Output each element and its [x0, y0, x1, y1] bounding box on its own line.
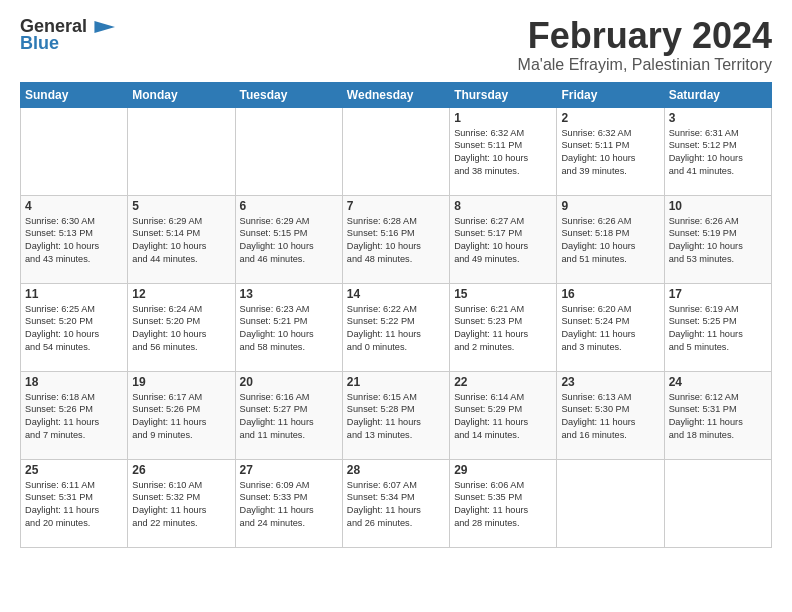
calendar-cell: 15Sunrise: 6:21 AM Sunset: 5:23 PM Dayli… [450, 283, 557, 371]
day-number: 16 [561, 287, 659, 301]
day-info: Sunrise: 6:27 AM Sunset: 5:17 PM Dayligh… [454, 215, 552, 267]
calendar-cell: 23Sunrise: 6:13 AM Sunset: 5:30 PM Dayli… [557, 371, 664, 459]
calendar-cell: 7Sunrise: 6:28 AM Sunset: 5:16 PM Daylig… [342, 195, 449, 283]
day-info: Sunrise: 6:16 AM Sunset: 5:27 PM Dayligh… [240, 391, 338, 443]
day-number: 24 [669, 375, 767, 389]
day-number: 20 [240, 375, 338, 389]
location-title: Ma'ale Efrayim, Palestinian Territory [518, 56, 772, 74]
calendar-cell: 9Sunrise: 6:26 AM Sunset: 5:18 PM Daylig… [557, 195, 664, 283]
calendar-cell: 13Sunrise: 6:23 AM Sunset: 5:21 PM Dayli… [235, 283, 342, 371]
weekday-header-cell: Saturday [664, 82, 771, 107]
day-number: 19 [132, 375, 230, 389]
day-number: 8 [454, 199, 552, 213]
day-number: 5 [132, 199, 230, 213]
day-info: Sunrise: 6:29 AM Sunset: 5:15 PM Dayligh… [240, 215, 338, 267]
calendar-cell: 6Sunrise: 6:29 AM Sunset: 5:15 PM Daylig… [235, 195, 342, 283]
weekday-header-cell: Monday [128, 82, 235, 107]
calendar-cell: 26Sunrise: 6:10 AM Sunset: 5:32 PM Dayli… [128, 459, 235, 547]
svg-marker-0 [94, 21, 115, 33]
day-number: 28 [347, 463, 445, 477]
weekday-header-cell: Thursday [450, 82, 557, 107]
day-info: Sunrise: 6:18 AM Sunset: 5:26 PM Dayligh… [25, 391, 123, 443]
day-info: Sunrise: 6:32 AM Sunset: 5:11 PM Dayligh… [454, 127, 552, 179]
calendar-cell: 22Sunrise: 6:14 AM Sunset: 5:29 PM Dayli… [450, 371, 557, 459]
calendar-cell [235, 107, 342, 195]
calendar-cell: 17Sunrise: 6:19 AM Sunset: 5:25 PM Dayli… [664, 283, 771, 371]
day-info: Sunrise: 6:06 AM Sunset: 5:35 PM Dayligh… [454, 479, 552, 531]
weekday-header-cell: Tuesday [235, 82, 342, 107]
day-info: Sunrise: 6:17 AM Sunset: 5:26 PM Dayligh… [132, 391, 230, 443]
day-info: Sunrise: 6:31 AM Sunset: 5:12 PM Dayligh… [669, 127, 767, 179]
day-number: 15 [454, 287, 552, 301]
day-number: 18 [25, 375, 123, 389]
day-number: 4 [25, 199, 123, 213]
day-number: 10 [669, 199, 767, 213]
calendar-cell: 4Sunrise: 6:30 AM Sunset: 5:13 PM Daylig… [21, 195, 128, 283]
day-info: Sunrise: 6:24 AM Sunset: 5:20 PM Dayligh… [132, 303, 230, 355]
day-info: Sunrise: 6:26 AM Sunset: 5:18 PM Dayligh… [561, 215, 659, 267]
day-info: Sunrise: 6:26 AM Sunset: 5:19 PM Dayligh… [669, 215, 767, 267]
day-number: 7 [347, 199, 445, 213]
calendar-cell: 3Sunrise: 6:31 AM Sunset: 5:12 PM Daylig… [664, 107, 771, 195]
calendar-cell: 2Sunrise: 6:32 AM Sunset: 5:11 PM Daylig… [557, 107, 664, 195]
calendar-week-row: 1Sunrise: 6:32 AM Sunset: 5:11 PM Daylig… [21, 107, 772, 195]
day-number: 6 [240, 199, 338, 213]
calendar-week-row: 18Sunrise: 6:18 AM Sunset: 5:26 PM Dayli… [21, 371, 772, 459]
day-number: 14 [347, 287, 445, 301]
calendar-cell: 25Sunrise: 6:11 AM Sunset: 5:31 PM Dayli… [21, 459, 128, 547]
day-info: Sunrise: 6:07 AM Sunset: 5:34 PM Dayligh… [347, 479, 445, 531]
day-info: Sunrise: 6:09 AM Sunset: 5:33 PM Dayligh… [240, 479, 338, 531]
calendar-cell: 18Sunrise: 6:18 AM Sunset: 5:26 PM Dayli… [21, 371, 128, 459]
day-number: 9 [561, 199, 659, 213]
calendar-cell: 21Sunrise: 6:15 AM Sunset: 5:28 PM Dayli… [342, 371, 449, 459]
day-number: 1 [454, 111, 552, 125]
calendar-week-row: 11Sunrise: 6:25 AM Sunset: 5:20 PM Dayli… [21, 283, 772, 371]
calendar-cell: 11Sunrise: 6:25 AM Sunset: 5:20 PM Dayli… [21, 283, 128, 371]
day-info: Sunrise: 6:23 AM Sunset: 5:21 PM Dayligh… [240, 303, 338, 355]
day-number: 17 [669, 287, 767, 301]
day-number: 13 [240, 287, 338, 301]
calendar-cell [664, 459, 771, 547]
day-number: 26 [132, 463, 230, 477]
calendar-cell: 16Sunrise: 6:20 AM Sunset: 5:24 PM Dayli… [557, 283, 664, 371]
calendar-body: 1Sunrise: 6:32 AM Sunset: 5:11 PM Daylig… [21, 107, 772, 547]
weekday-header-cell: Wednesday [342, 82, 449, 107]
day-info: Sunrise: 6:15 AM Sunset: 5:28 PM Dayligh… [347, 391, 445, 443]
calendar-cell: 29Sunrise: 6:06 AM Sunset: 5:35 PM Dayli… [450, 459, 557, 547]
calendar-week-row: 25Sunrise: 6:11 AM Sunset: 5:31 PM Dayli… [21, 459, 772, 547]
day-info: Sunrise: 6:10 AM Sunset: 5:32 PM Dayligh… [132, 479, 230, 531]
day-number: 21 [347, 375, 445, 389]
day-info: Sunrise: 6:30 AM Sunset: 5:13 PM Dayligh… [25, 215, 123, 267]
calendar-cell [21, 107, 128, 195]
calendar-cell: 5Sunrise: 6:29 AM Sunset: 5:14 PM Daylig… [128, 195, 235, 283]
day-number: 12 [132, 287, 230, 301]
calendar-cell: 14Sunrise: 6:22 AM Sunset: 5:22 PM Dayli… [342, 283, 449, 371]
calendar-cell: 1Sunrise: 6:32 AM Sunset: 5:11 PM Daylig… [450, 107, 557, 195]
calendar-cell: 28Sunrise: 6:07 AM Sunset: 5:34 PM Dayli… [342, 459, 449, 547]
day-info: Sunrise: 6:28 AM Sunset: 5:16 PM Dayligh… [347, 215, 445, 267]
weekday-header-cell: Friday [557, 82, 664, 107]
calendar-cell: 12Sunrise: 6:24 AM Sunset: 5:20 PM Dayli… [128, 283, 235, 371]
day-info: Sunrise: 6:11 AM Sunset: 5:31 PM Dayligh… [25, 479, 123, 531]
logo-flag-icon [91, 19, 115, 35]
day-number: 22 [454, 375, 552, 389]
day-number: 3 [669, 111, 767, 125]
day-info: Sunrise: 6:21 AM Sunset: 5:23 PM Dayligh… [454, 303, 552, 355]
calendar-cell: 8Sunrise: 6:27 AM Sunset: 5:17 PM Daylig… [450, 195, 557, 283]
calendar-week-row: 4Sunrise: 6:30 AM Sunset: 5:13 PM Daylig… [21, 195, 772, 283]
title-area: February 2024 Ma'ale Efrayim, Palestinia… [518, 16, 772, 74]
day-info: Sunrise: 6:14 AM Sunset: 5:29 PM Dayligh… [454, 391, 552, 443]
day-info: Sunrise: 6:12 AM Sunset: 5:31 PM Dayligh… [669, 391, 767, 443]
calendar-cell [557, 459, 664, 547]
calendar-cell: 24Sunrise: 6:12 AM Sunset: 5:31 PM Dayli… [664, 371, 771, 459]
calendar-cell: 20Sunrise: 6:16 AM Sunset: 5:27 PM Dayli… [235, 371, 342, 459]
logo-blue: Blue [20, 33, 59, 54]
logo: General Blue [20, 16, 115, 54]
day-info: Sunrise: 6:29 AM Sunset: 5:14 PM Dayligh… [132, 215, 230, 267]
day-number: 23 [561, 375, 659, 389]
calendar-table: SundayMondayTuesdayWednesdayThursdayFrid… [20, 82, 772, 548]
calendar-cell: 10Sunrise: 6:26 AM Sunset: 5:19 PM Dayli… [664, 195, 771, 283]
day-info: Sunrise: 6:20 AM Sunset: 5:24 PM Dayligh… [561, 303, 659, 355]
weekday-header-row: SundayMondayTuesdayWednesdayThursdayFrid… [21, 82, 772, 107]
calendar-cell: 27Sunrise: 6:09 AM Sunset: 5:33 PM Dayli… [235, 459, 342, 547]
